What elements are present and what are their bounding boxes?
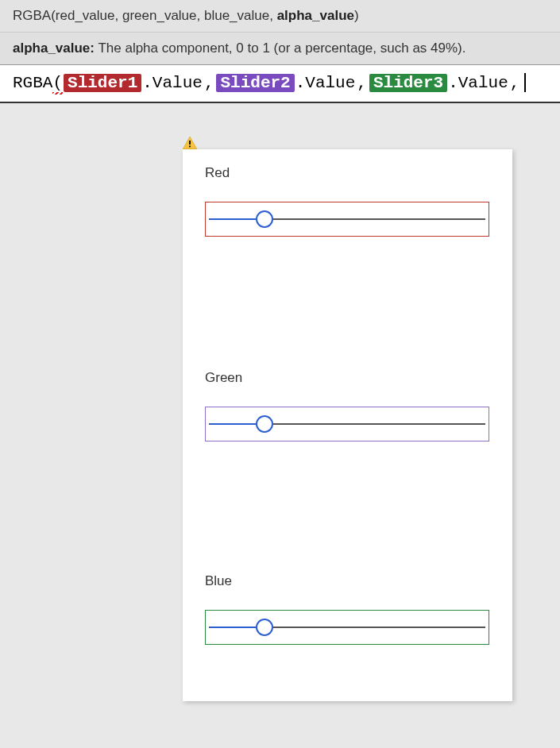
- slider1[interactable]: [205, 202, 489, 237]
- formula-bar[interactable]: RGBA( Slider1.Value, Slider2.Value, Slid…: [0, 65, 560, 103]
- slider1-thumb[interactable]: [256, 210, 273, 228]
- slider1-track: [209, 218, 485, 220]
- slider3-prop: .Value: [448, 74, 508, 92]
- slider2[interactable]: [205, 407, 489, 441]
- slider2-chip: Slider2: [216, 74, 294, 92]
- slider2-track: [209, 423, 485, 425]
- signature-prefix: RGBA(red_value, green_value, blue_value,: [13, 8, 277, 23]
- intellisense-param-desc: alpha_value: The alpha component, 0 to 1…: [0, 33, 560, 65]
- formula-open-paren: (: [52, 74, 63, 92]
- label-red: Red: [205, 165, 489, 181]
- slider1-prop: .Value: [142, 74, 203, 92]
- formula-function: RGBA: [13, 74, 52, 92]
- signature-current-param: alpha_value: [277, 8, 354, 23]
- svg-rect-1: [189, 141, 191, 145]
- label-blue: Blue: [205, 573, 489, 589]
- slider2-prop: .Value: [295, 74, 356, 92]
- slider3-chip: Slider3: [369, 74, 447, 92]
- slider3-thumb[interactable]: [256, 619, 273, 636]
- slider-group-green: Green: [205, 370, 489, 441]
- cursor-caret: [524, 73, 526, 92]
- app-canvas[interactable]: Red Green Blue: [0, 103, 560, 723]
- slider-group-blue: Blue: [205, 573, 489, 645]
- formula-comma-1: ,: [204, 74, 214, 92]
- signature-suffix: ): [354, 8, 359, 23]
- form-card[interactable]: Red Green Blue: [183, 149, 512, 701]
- slider3-track: [209, 627, 485, 628]
- slider2-thumb[interactable]: [256, 415, 273, 433]
- param-name: alpha_value:: [13, 40, 95, 56]
- intellisense-signature: RGBA(red_value, green_value, blue_value,…: [0, 0, 560, 33]
- slider1-chip: Slider1: [64, 74, 141, 92]
- formula-comma-3: ,: [510, 74, 520, 92]
- label-green: Green: [205, 370, 489, 386]
- param-desc: The alpha component, 0 to 1 (or a percen…: [95, 40, 465, 56]
- warning-icon: [183, 137, 197, 149]
- slider3[interactable]: [205, 610, 489, 645]
- slider-group-red: Red: [205, 165, 489, 237]
- formula-comma-2: ,: [357, 74, 367, 92]
- svg-rect-2: [189, 146, 191, 148]
